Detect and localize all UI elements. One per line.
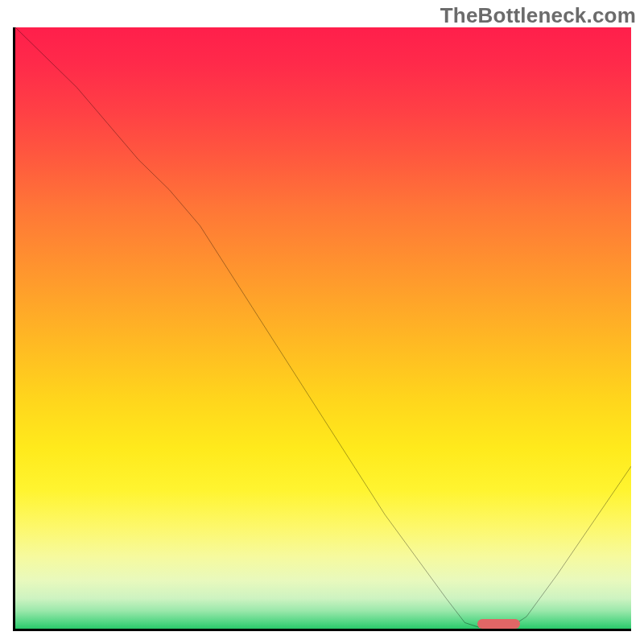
plot-area — [13, 27, 631, 631]
bottleneck-curve — [15, 27, 631, 629]
optimal-range-marker — [477, 619, 521, 629]
watermark-label: TheBottleneck.com — [440, 3, 636, 28]
chart-container: TheBottleneck.com — [0, 0, 644, 644]
